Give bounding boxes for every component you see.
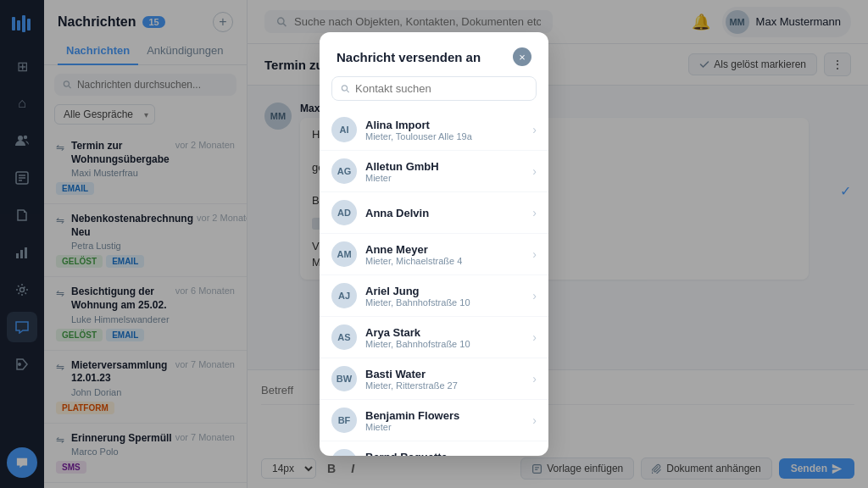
contact-info: Ariel Jung Mieter, Bahnhofstraße 10 (365, 285, 524, 308)
contact-avatar: BW (331, 366, 357, 391)
contact-item[interactable]: AM Anne Meyer Mieter, Michaelstraße 4 › (320, 234, 548, 275)
contact-info: Anna Delvin (365, 207, 524, 219)
contact-avatar: BF (331, 408, 357, 433)
contact-item[interactable]: AJ Ariel Jung Mieter, Bahnhofstraße 10 › (320, 275, 548, 317)
svg-point-22 (342, 85, 347, 90)
modal-overlay[interactable]: Nachricht versenden an × AI Alina Import… (0, 0, 868, 488)
contact-item[interactable]: BB Bernd Baguette Mieter, Bahnhofstraße … (320, 441, 548, 456)
chevron-right-icon: › (532, 164, 537, 178)
modal-search-icon (341, 84, 350, 94)
contact-item[interactable]: BF Benjamin Flowers Mieter › (320, 400, 548, 441)
contact-info: Alina Import Mieter, Toulouser Alle 19a (365, 119, 524, 141)
contact-list: AI Alina Import Mieter, Toulouser Alle 1… (320, 109, 548, 456)
chevron-right-icon: › (532, 455, 537, 456)
contact-info: Alletun GmbH Mieter (365, 160, 524, 183)
svg-line-23 (347, 90, 349, 92)
contact-info: Bernd Baguette Mieter, Bahnhofstraße 10 (365, 451, 524, 457)
contact-info: Anne Meyer Mieter, Michaelstraße 4 (365, 243, 524, 266)
chevron-right-icon: › (532, 413, 537, 427)
contact-avatar: AS (331, 324, 357, 350)
chevron-right-icon: › (532, 247, 537, 261)
contact-item[interactable]: BW Basti Water Mieter, Ritterstraße 27 › (320, 358, 548, 400)
contact-search-input[interactable] (355, 82, 527, 95)
chevron-right-icon: › (532, 123, 537, 136)
modal-title: Nachricht versenden an (337, 50, 481, 64)
contact-avatar: AJ (331, 283, 357, 308)
chevron-right-icon: › (532, 330, 537, 344)
chevron-right-icon: › (532, 372, 537, 385)
contact-avatar: AI (331, 117, 357, 142)
modal-dialog: Nachricht versenden an × AI Alina Import… (320, 32, 548, 456)
contact-item[interactable]: AG Alletun GmbH Mieter › (320, 151, 548, 192)
contact-info: Arya Stark Mieter, Bahnhofstraße 10 (365, 326, 524, 349)
contact-avatar: AM (331, 241, 357, 267)
contact-item[interactable]: AS Arya Stark Mieter, Bahnhofstraße 10 › (320, 317, 548, 358)
chevron-right-icon: › (532, 289, 537, 302)
contact-item[interactable]: AI Alina Import Mieter, Toulouser Alle 1… (320, 109, 548, 151)
contact-item[interactable]: AD Anna Delvin › (320, 192, 548, 234)
contact-avatar: BB (331, 449, 357, 456)
contact-info: Benjamin Flowers Mieter (365, 409, 524, 432)
chevron-right-icon: › (532, 206, 537, 219)
modal-search-box[interactable] (331, 76, 537, 101)
contact-info: Basti Water Mieter, Ritterstraße 27 (365, 368, 524, 391)
modal-close-button[interactable]: × (513, 47, 531, 66)
contact-avatar: AD (331, 200, 357, 225)
modal-header: Nachricht versenden an × (320, 32, 548, 76)
contact-avatar: AG (331, 158, 357, 184)
